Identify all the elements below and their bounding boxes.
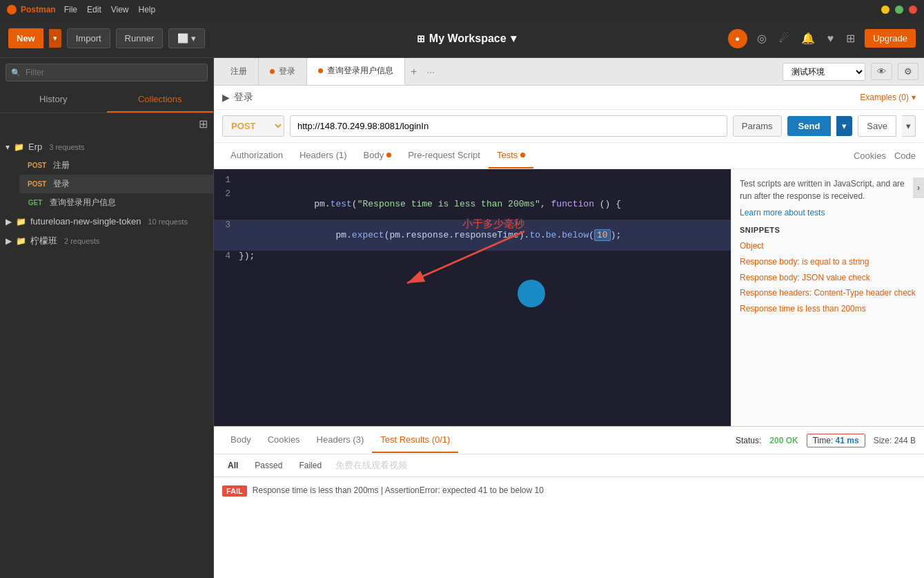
expand-icon-3: ▶ — [6, 236, 12, 246]
folder-icon: 📁 — [14, 142, 24, 152]
maximize-button[interactable] — [895, 6, 903, 14]
resp-tab-cookies[interactable]: Cookies — [259, 427, 308, 453]
method-select[interactable]: POST GET PUT DELETE — [222, 115, 284, 137]
snippet-body-string[interactable]: Response body: is equal to a string — [740, 254, 916, 270]
code-editor[interactable]: 1 2 pm.test("Response time is less than … — [214, 169, 731, 426]
tab-prerequest-label: Pre-request Script — [408, 150, 480, 160]
tab-headers-label: Headers (1) — [299, 150, 347, 160]
menu-edit[interactable]: Edit — [87, 5, 101, 15]
code-link[interactable]: Code — [894, 151, 916, 161]
tab-authorization[interactable]: Authorization — [222, 143, 291, 168]
minimize-button[interactable] — [881, 6, 889, 14]
snippet-body-json[interactable]: Response body: JSON value check — [740, 270, 916, 286]
request-name-zhuce: 注册 — [53, 160, 70, 171]
request-denglu[interactable]: POST 登录 — [19, 175, 213, 193]
workspace-title[interactable]: ⊞ My Workspace ▾ — [417, 32, 516, 45]
resp-tab-testresults-label: Test Results (0/1) — [380, 434, 450, 445]
tab-chaxun[interactable]: 查询登录用户信息 — [307, 58, 405, 85]
tab-pre-request[interactable]: Pre-request Script — [400, 143, 489, 168]
snippet-response-time[interactable]: Response time is less than 200ms — [740, 301, 916, 317]
search-input[interactable] — [6, 64, 208, 81]
app-logo: Postman — [7, 5, 56, 15]
more-tabs-button[interactable]: ··· — [422, 66, 439, 77]
tab-body[interactable]: Body — [355, 143, 400, 168]
resp-tab-body-label: Body — [230, 434, 251, 445]
tab-dot-2 — [318, 68, 323, 73]
cookies-link[interactable]: Cookies — [854, 151, 886, 161]
filter-failed-button[interactable]: Failed — [293, 459, 327, 472]
url-input[interactable] — [290, 115, 727, 137]
close-button[interactable] — [909, 6, 917, 14]
resp-tab-test-results[interactable]: Test Results (0/1) — [372, 427, 458, 453]
eye-button[interactable]: 👁 — [871, 63, 892, 80]
body-dot — [386, 153, 391, 157]
time-label: Time: — [813, 436, 836, 445]
collection-erp-count: 3 requests — [49, 143, 84, 151]
filter-passed-button[interactable]: Passed — [249, 459, 288, 472]
request-name-chaxun: 查询登录用户信息 — [50, 197, 116, 209]
params-button[interactable]: Params — [733, 115, 782, 137]
runner-button[interactable]: Runner — [116, 28, 164, 48]
request-tabs: Authorization Headers (1) Body Pre-reque… — [214, 143, 924, 169]
tab-zhuce[interactable]: 注册 — [219, 58, 259, 85]
save-button[interactable]: Save — [858, 115, 896, 137]
watermark-text: 免费在线观看视频 — [335, 459, 407, 472]
collection-erp[interactable]: ▾ 📁 Erp 3 requests — [0, 137, 213, 156]
save-dropdown-button[interactable]: ▾ — [902, 115, 916, 137]
snippet-info: Test scripts are written in JavaScript, … — [740, 177, 916, 202]
request-header: ▶ 登录 Examples (0) ▾ — [214, 86, 924, 110]
workspace-grid-icon: ⊞ — [417, 33, 425, 44]
tab-denglu[interactable]: 登录 — [259, 58, 307, 85]
examples-link[interactable]: Examples (0) ▾ — [860, 93, 916, 102]
size-label: Size: — [874, 436, 894, 445]
bell-icon[interactable]: 🔔 — [798, 29, 818, 48]
new-button[interactable]: New — [8, 28, 43, 48]
add-collection-button[interactable]: ⊞ — [199, 117, 208, 131]
tab-headers[interactable]: Headers (1) — [291, 143, 355, 168]
menu-help[interactable]: Help — [139, 5, 156, 15]
heart-icon[interactable]: ♥ — [825, 30, 837, 48]
menu-bar[interactable]: File Edit View Help — [64, 5, 156, 15]
panel-collapse-button[interactable]: › — [913, 177, 924, 198]
tab-dot — [270, 69, 275, 74]
extra-button[interactable]: ⬜ ▾ — [168, 28, 205, 48]
environment-select[interactable]: 测试环境 生产环境 — [783, 63, 865, 81]
code-line-2: 2 pm.test("Response time is less than 20… — [214, 189, 731, 220]
collections-tab[interactable]: Collections — [107, 87, 214, 113]
send-dropdown-button[interactable]: ▾ — [836, 116, 852, 136]
send-button[interactable]: Send — [787, 116, 832, 136]
sidebar-tabs: History Collections — [0, 87, 213, 113]
new-dropdown-button[interactable]: ▾ — [49, 29, 61, 48]
request-chaxun[interactable]: GET 查询登录用户信息 — [19, 193, 213, 212]
collection-ningmeng-name: 柠檬班 — [30, 235, 57, 247]
settings-button[interactable]: ⚙ — [898, 63, 918, 80]
resp-tab-headers[interactable]: Headers (3) — [308, 427, 373, 453]
menu-file[interactable]: File — [64, 5, 77, 15]
avatar[interactable]: ● — [728, 29, 747, 48]
filter-all-button[interactable]: All — [222, 459, 244, 472]
learn-more-link[interactable]: Learn more about tests — [740, 208, 825, 218]
upgrade-button[interactable]: Upgrade — [865, 29, 916, 48]
menu-view[interactable]: View — [111, 5, 129, 15]
time-value: 41 ms — [836, 436, 859, 445]
url-bar: POST GET PUT DELETE Params Send ▾ Save ▾ — [214, 110, 924, 143]
history-tab[interactable]: History — [0, 87, 107, 113]
request-area: ▶ 登录 Examples (0) ▾ POST GET PUT DELETE … — [214, 86, 924, 578]
signal-icon[interactable]: ☄ — [776, 29, 792, 48]
sidebar: 🔍 History Collections ⊞ ▾ 📁 Erp 3 reques… — [0, 58, 214, 578]
request-zhuce[interactable]: POST 注册 — [19, 156, 213, 175]
resp-tab-headers-label: Headers (3) — [317, 434, 364, 445]
resp-tab-body[interactable]: Body — [222, 427, 259, 453]
grid-icon[interactable]: ⊞ — [843, 29, 858, 48]
code-line-3: 3 pm.expect(pm.response.responseTime).to… — [214, 220, 731, 251]
collection-futureloan[interactable]: ▶ 📁 futureloan-new-single-token 10 reque… — [0, 212, 213, 231]
tab-tests[interactable]: Tests — [489, 143, 533, 168]
tabs-right: 测试环境 生产环境 👁 ⚙ — [783, 63, 918, 81]
import-button[interactable]: Import — [67, 28, 110, 48]
code-panel: 1 2 pm.test("Response time is less than … — [214, 169, 924, 426]
radar-icon[interactable]: ◎ — [754, 29, 769, 48]
add-tab-button[interactable]: + — [405, 66, 422, 78]
snippet-object[interactable]: Object — [740, 238, 916, 254]
snippet-headers-content-type[interactable]: Response headers: Content-Type header ch… — [740, 285, 916, 301]
collection-ningmeng[interactable]: ▶ 📁 柠檬班 2 requests — [0, 231, 213, 251]
